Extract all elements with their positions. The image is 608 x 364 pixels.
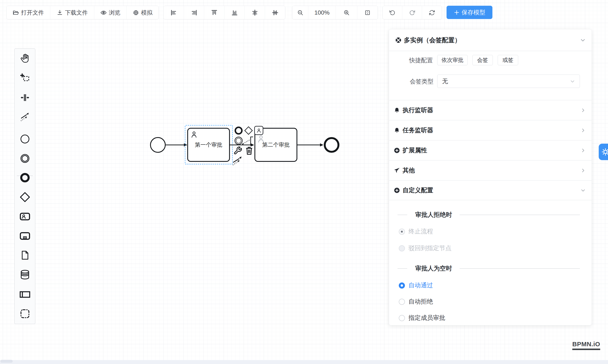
create-start-event[interactable] [19,133,31,145]
align-right-button[interactable] [184,6,204,19]
create-group[interactable] [19,308,31,320]
redo-button[interactable] [402,6,422,19]
create-gateway[interactable] [19,191,31,203]
section-execution-listener[interactable]: 执行监听器 [389,100,592,120]
settings-tab[interactable] [599,144,608,160]
align-bottom-button[interactable] [225,6,245,19]
create-end-event[interactable] [19,172,31,183]
bpmn-editor: 打开文件 下载文件 浏览 模拟 [0,0,608,364]
open-file-button[interactable]: 打开文件 [7,6,50,19]
align-top-button[interactable] [204,6,225,19]
radio-assign-member[interactable]: 指定成员审批 [399,314,445,322]
align-middle-vertical-button[interactable] [265,6,285,19]
wrench-change-type-icon[interactable] [233,146,242,155]
section-label: 任务监听器 [403,126,578,135]
simulate-button[interactable]: 模拟 [127,6,159,19]
user-task-first-approval[interactable]: 第一个审批 [187,128,230,162]
preview-button[interactable]: 浏览 [94,6,127,19]
empty-group-title: 审批人为空时 [415,264,452,273]
end-event[interactable] [324,137,339,153]
radio-label: 终止流程 [409,227,433,236]
radio-terminate-process[interactable]: 终止流程 [399,228,433,235]
section-label: 扩展属性 [403,146,578,155]
chevron-down-icon [581,188,586,193]
task-label: 第一个审批 [195,141,222,148]
section-other[interactable]: 其他 [389,160,592,180]
create-intermediate-event[interactable] [19,153,31,164]
sequence-flow-start-to-task1[interactable] [166,141,188,149]
reset-icon-button[interactable] [422,6,442,19]
download-icon [57,10,63,16]
chevron-right-icon [581,128,586,133]
section-extension-properties[interactable]: 扩展属性 [389,140,592,160]
connect-tool-icon[interactable] [232,156,243,166]
create-data-object[interactable] [19,249,31,261]
radio-label: 自动拒绝 [409,298,433,306]
append-end-event-icon[interactable] [235,127,243,135]
multi-instance-header[interactable]: 多实例（会签配置） [395,33,586,48]
download-file-button[interactable]: 下载文件 [50,6,94,19]
folder-open-icon [13,10,19,16]
radio-label: 自动通过 [409,281,433,290]
align-center-horizontal-icon [251,9,258,16]
save-model-button[interactable]: 保存模型 [447,6,492,19]
chevron-down-icon[interactable] [580,37,586,43]
append-gateway-icon[interactable] [244,126,253,135]
zoom-out-button[interactable] [292,6,308,19]
panel-title: 多实例（会签配置） [404,36,578,45]
user-task-ghost-person-icon [256,134,266,144]
append-user-task-icon[interactable] [254,126,263,135]
global-connect-tool[interactable] [19,111,31,123]
reset-icon [429,10,435,16]
eye-icon [100,10,107,16]
align-top-icon [211,9,218,16]
zoom-in-icon [344,10,350,16]
header-divider [389,51,592,51]
user-task-person-icon [190,130,198,139]
bell-icon [394,127,400,133]
file-toolbar-group: 打开文件 下载文件 浏览 模拟 [6,6,159,19]
palette [14,48,35,324]
chevron-right-icon [581,108,586,113]
space-tool[interactable] [19,92,31,104]
plus-icon [454,10,460,15]
participant-icon [19,289,30,300]
trash-delete-icon[interactable] [245,146,253,156]
align-left-button[interactable] [164,6,184,19]
section-label: 执行监听器 [403,106,578,115]
section-label: 其他 [403,166,578,175]
chip-icon [133,10,139,16]
radio-auto-reject[interactable]: 自动拒绝 [399,298,433,305]
create-user-task[interactable] [19,211,31,222]
quick-config-sequential-button[interactable]: 依次审批 [437,55,468,65]
radio-icon [399,299,405,305]
horizontal-scrollbar-thumb[interactable] [0,360,13,363]
align-center-horizontal-button[interactable] [245,6,265,19]
append-text-annotation-icon[interactable] [241,136,254,146]
section-custom-config[interactable]: 自定义配置 [389,180,592,200]
radio-auto-pass[interactable]: 自动通过 [399,282,433,289]
sign-type-select[interactable]: 无 [437,75,580,88]
start-event[interactable] [150,137,166,153]
create-participant[interactable] [19,289,31,300]
quick-config-countersign-button[interactable]: 会签 [472,55,493,65]
zoom-in-button[interactable] [336,6,357,19]
section-label: 自定义配置 [403,186,578,195]
start-event-icon [20,134,30,144]
sequence-flow-task2-to-end[interactable] [297,141,324,149]
gear-icon [601,148,608,156]
lasso-tool[interactable] [19,72,31,84]
hand-tool[interactable] [19,52,31,64]
reject-group-title: 审批人拒绝时 [415,211,452,219]
hand-icon [20,53,30,63]
undo-button[interactable] [383,6,402,19]
redo-icon [409,10,415,16]
align-middle-vertical-icon [272,9,278,16]
create-data-store[interactable] [19,269,31,281]
fit-viewport-button[interactable] [357,6,378,19]
create-subprocess[interactable] [19,230,31,242]
radio-return-to-node[interactable]: 驳回到指定节点 [399,245,451,252]
quick-config-orsign-button[interactable]: 或签 [498,55,518,65]
section-task-listener[interactable]: 任务监听器 [389,120,592,140]
radio-icon [399,283,405,289]
